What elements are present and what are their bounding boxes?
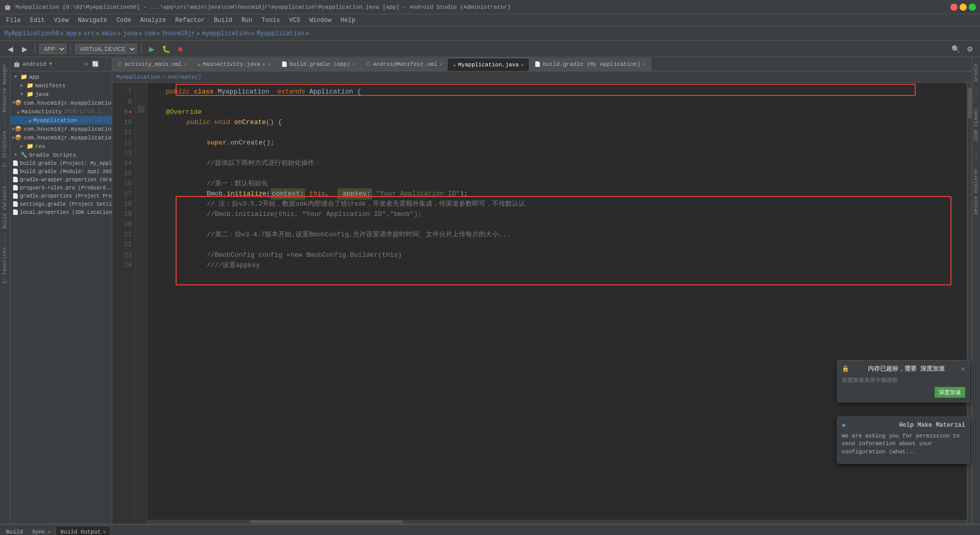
debug-btn[interactable]: 🐛 [160, 43, 172, 55]
tab-close-activity-main[interactable]: ✕ [184, 61, 187, 67]
device-select[interactable]: VIRTUAL DEVICE [75, 44, 137, 54]
tree-proguard[interactable]: 📄 proguard-rules.pro (ProGuard... [10, 184, 112, 192]
notification-header: 🔒 内存已超标，需要 深度加速 ✕ [842, 364, 965, 373]
code-line-10: public void onCreate() { [154, 117, 961, 128]
breadcrumb-project[interactable]: MyApplication50 [4, 30, 59, 37]
breadcrumb-java[interactable]: java [123, 30, 138, 37]
tree-myapplication[interactable]: ☕ Myapplication 2020/12/17 [10, 116, 112, 125]
toolbar-back-btn[interactable]: ◀ [4, 43, 16, 55]
right-sidebar: Gradle JSON Viewer Device Explorer [972, 57, 980, 524]
gradle-panel-tab[interactable]: Gradle [972, 61, 980, 84]
menu-window[interactable]: Window [305, 16, 335, 25]
tree-mainactivity[interactable]: ☕ MainActivity 2020/12/16 1... [10, 107, 112, 116]
toolbar-sep-3 [141, 44, 141, 54]
menu-edit[interactable]: Edit [26, 16, 49, 25]
structure-panel-tab[interactable]: 2: Structure [1, 129, 9, 169]
menu-navigate[interactable]: Navigate [74, 16, 111, 25]
run-btn[interactable]: ▶ [145, 43, 158, 55]
project-more-icon[interactable]: ⋮ [103, 61, 109, 67]
breadcrumb-myapp[interactable]: myapplication [202, 30, 250, 37]
breadcrumb-com[interactable]: com [144, 30, 156, 37]
menu-vcs[interactable]: VCS [285, 16, 305, 25]
menu-tools[interactable]: Tools [258, 16, 284, 25]
notification-close-btn[interactable]: ✕ [961, 364, 965, 373]
tree-local-properties[interactable]: 📄 local.properties (SDK Location... [10, 208, 112, 216]
tree-settings-gradle[interactable]: 📄 settings.gradle (Project Settings... [10, 200, 112, 208]
tree-gradle-scripts[interactable]: ▼ 🔧 Gradle Scripts [10, 151, 112, 159]
android-view-label: Android [22, 61, 46, 67]
app-config-select[interactable]: APP [39, 44, 66, 54]
tree-gradle-properties[interactable]: 📄 gradle.properties (Project Prop... [10, 192, 112, 200]
code-line-15 [154, 168, 961, 179]
bottom-tab-build-output-close[interactable]: ✕ [103, 529, 106, 535]
h-scrollbar-thumb[interactable] [250, 520, 403, 523]
tab-androidmanifest[interactable]: 🗒 AndroidManifest.xml ✕ [361, 58, 448, 71]
tab-close-build-gradle[interactable]: ✕ [352, 61, 355, 67]
build-variants-panel-tab[interactable]: Build Variants [1, 184, 9, 231]
menu-file[interactable]: File [2, 16, 25, 25]
tab-close-myapplication[interactable]: ✕ [521, 62, 524, 68]
tab-build-gradle-myapp[interactable]: 📄 build.gradle (My Application) ✕ [529, 58, 651, 71]
code-line-7: public class Myapplication extends Appli… [154, 87, 961, 97]
toolbar-forward-btn[interactable]: ▶ [18, 43, 31, 55]
tab-mainactivity[interactable]: ☕ MainActivity.java ● ✕ [192, 58, 276, 71]
code-line-20 [154, 220, 961, 230]
tab-build-gradle-app[interactable]: 📄 build.gradle (app) ✕ [276, 58, 361, 71]
code-line-24: ////设置appkey [154, 260, 961, 271]
tree-res[interactable]: ▶ 📁 res [10, 142, 112, 151]
menu-help[interactable]: Help [336, 16, 359, 25]
toolbar: ◀ ▶ APP VIRTUAL DEVICE ▶ 🐛 ■ 🔍 ⚙ [0, 41, 980, 57]
bottom-tab-build[interactable]: Build [2, 526, 27, 536]
android-view-dropdown[interactable]: ▼ [49, 61, 52, 67]
menu-view[interactable]: View [50, 16, 73, 25]
menu-code[interactable]: Code [112, 16, 135, 25]
code-breadcrumb-method[interactable]: onCreate() [167, 74, 201, 80]
resource-manager-panel[interactable]: Resource Manager [1, 61, 9, 114]
tree-package-2[interactable]: ▶ 📦 com.hnucm18jr.myapplicatio... [10, 125, 112, 133]
tab-close-manifest[interactable]: ✕ [439, 61, 442, 67]
bottom-tab-sync[interactable]: Sync ✕ [28, 526, 55, 536]
project-settings-icon[interactable]: ⚙ [84, 61, 88, 67]
toolbar-sep-1 [35, 44, 35, 54]
bottom-tab-sync-close[interactable]: ✕ [47, 529, 51, 535]
breadcrumb-main[interactable]: main [102, 30, 116, 37]
tree-manifests[interactable]: ▶ 📁 manifests [10, 81, 112, 90]
tree-app[interactable]: ▼ 📁 app [10, 72, 112, 81]
close-btn[interactable] [950, 4, 958, 11]
tree-build-gradle-project[interactable]: 📄 build.gradle (Project: My_Applic... [10, 159, 112, 167]
tab-activity-main[interactable]: 🗒 activity_main.xml ✕ [112, 58, 192, 71]
json-viewer-panel-tab[interactable]: JSON Viewer [972, 106, 980, 144]
maximize-btn[interactable] [969, 4, 976, 11]
project-panel: 🤖 Android ▼ ⚙ 🔄 ⋮ ▼ 📁 app ▶ [10, 57, 112, 524]
tab-close-mainactivity[interactable]: ✕ [267, 61, 271, 67]
help-popup-header: ● Help Make Material [842, 421, 965, 429]
menu-build[interactable]: Build [210, 16, 236, 25]
tab-close-build-gradle-myapp[interactable]: ✕ [643, 61, 646, 67]
bottom-tab-build-output[interactable]: Build Output ✕ [56, 526, 110, 536]
breadcrumb-file[interactable]: Myapplication [257, 30, 305, 37]
breadcrumb-src[interactable]: src [84, 30, 95, 37]
breadcrumb-hnucm[interactable]: hnucm18jr [162, 30, 195, 37]
stop-btn[interactable]: ■ [174, 43, 186, 55]
tree-build-gradle-app[interactable]: 📄 build.gradle (Module: app) 2020... [10, 167, 112, 176]
tree-package-3[interactable]: ▶ 📦 com.hnucm18jr.myapplicatio... [10, 133, 112, 142]
settings-btn[interactable]: ⚙ [964, 43, 976, 55]
tree-package-1[interactable]: ▼ 📦 com.hnucm18jr.myapplicatio... [10, 99, 112, 107]
v-scrollbar-thumb[interactable] [968, 88, 972, 118]
minimize-btn[interactable] [960, 4, 967, 11]
project-sync-icon[interactable]: 🔄 [92, 61, 99, 67]
tree-gradle-wrapper[interactable]: 📄 gradle-wrapper.properties (Gra... [10, 176, 112, 184]
favorites-panel-tab[interactable]: 1: Favorites [1, 245, 9, 286]
menu-analyze[interactable]: Analyze [136, 16, 170, 25]
menu-refactor[interactable]: Refactor [171, 16, 209, 25]
device-explorer-tab[interactable]: Device Explorer [972, 166, 980, 216]
tree-java[interactable]: ▼ 📁 java [10, 90, 112, 99]
menu-run[interactable]: Run [237, 16, 257, 25]
notif-action-btn[interactable]: 深度加速 [935, 387, 965, 398]
code-breadcrumb-class[interactable]: Myapplication [116, 74, 160, 80]
search-everywhere-btn[interactable]: 🔍 [949, 43, 962, 55]
breadcrumb-app[interactable]: app [66, 30, 77, 37]
code-line-17: Bmob.initialize(context: this, appkey: "… [154, 189, 961, 199]
h-scrollbar[interactable] [148, 520, 967, 524]
tab-myapplication[interactable]: ☕ Myapplication.java ✕ [448, 58, 529, 71]
